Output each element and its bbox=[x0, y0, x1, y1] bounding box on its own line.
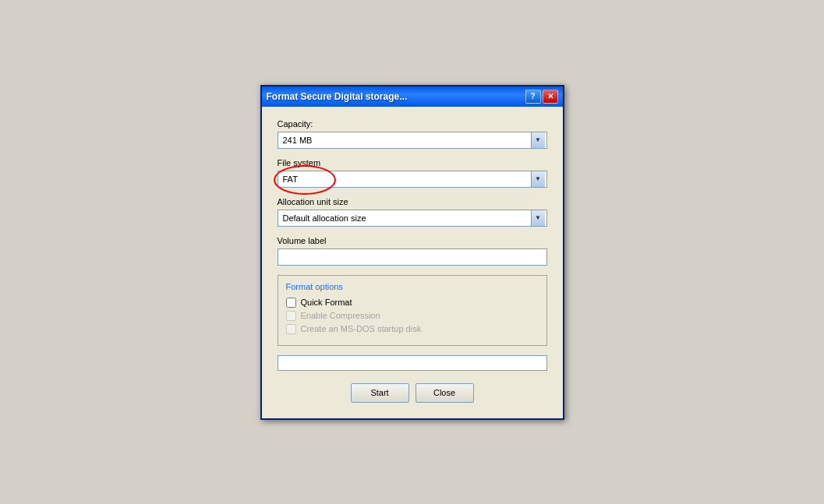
file-system-group: File system FAT bbox=[278, 158, 547, 188]
enable-compression-row: Enable Compression bbox=[286, 311, 539, 321]
capacity-dropdown-arrow[interactable] bbox=[531, 132, 545, 148]
allocation-unit-value: Default allocation size bbox=[280, 213, 531, 223]
title-bar: Format Secure Digital storage... ? ✕ bbox=[262, 86, 563, 107]
quick-format-row: Quick Format bbox=[286, 298, 539, 308]
capacity-value: 241 MB bbox=[280, 136, 531, 145]
volume-label-label: Volume label bbox=[278, 236, 547, 245]
help-button[interactable]: ? bbox=[525, 90, 541, 104]
progress-bar-container bbox=[278, 355, 547, 371]
volume-label-group: Volume label bbox=[278, 236, 547, 266]
button-row: Start Close bbox=[278, 383, 547, 406]
allocation-unit-label: Allocation unit size bbox=[278, 197, 547, 206]
close-button[interactable]: Close bbox=[416, 383, 474, 403]
format-dialog: Format Secure Digital storage... ? ✕ Cap… bbox=[260, 85, 564, 420]
dialog-body: Capacity: 241 MB File system FAT Allocat… bbox=[262, 107, 563, 418]
quick-format-label: Quick Format bbox=[301, 298, 352, 307]
create-msdos-checkbox[interactable] bbox=[286, 324, 296, 334]
file-system-dropdown-arrow[interactable] bbox=[531, 171, 545, 187]
file-system-value: FAT bbox=[280, 174, 531, 184]
allocation-unit-group: Allocation unit size Default allocation … bbox=[278, 197, 547, 227]
format-options-group: Format options Quick Format Enable Compr… bbox=[278, 275, 547, 346]
title-bar-left: Format Secure Digital storage... bbox=[267, 91, 408, 102]
start-button[interactable]: Start bbox=[351, 383, 409, 403]
capacity-dropdown[interactable]: 241 MB bbox=[278, 132, 547, 149]
allocation-unit-dropdown-arrow[interactable] bbox=[531, 210, 545, 226]
format-options-legend: Format options bbox=[286, 282, 539, 291]
file-system-label: File system bbox=[278, 158, 547, 167]
allocation-unit-dropdown[interactable]: Default allocation size bbox=[278, 210, 547, 227]
capacity-group: Capacity: 241 MB bbox=[278, 119, 547, 149]
dialog-title: Format Secure Digital storage... bbox=[267, 91, 408, 102]
capacity-label: Capacity: bbox=[278, 119, 547, 129]
create-msdos-row: Create an MS-DOS startup disk bbox=[286, 324, 539, 334]
file-system-dropdown[interactable]: FAT bbox=[278, 171, 547, 188]
volume-label-input[interactable] bbox=[278, 248, 547, 266]
enable-compression-label: Enable Compression bbox=[301, 311, 380, 320]
title-close-button[interactable]: ✕ bbox=[543, 90, 558, 104]
enable-compression-checkbox[interactable] bbox=[286, 311, 296, 321]
create-msdos-label: Create an MS-DOS startup disk bbox=[301, 324, 422, 333]
quick-format-checkbox[interactable] bbox=[286, 298, 296, 308]
title-bar-buttons: ? ✕ bbox=[525, 90, 558, 104]
